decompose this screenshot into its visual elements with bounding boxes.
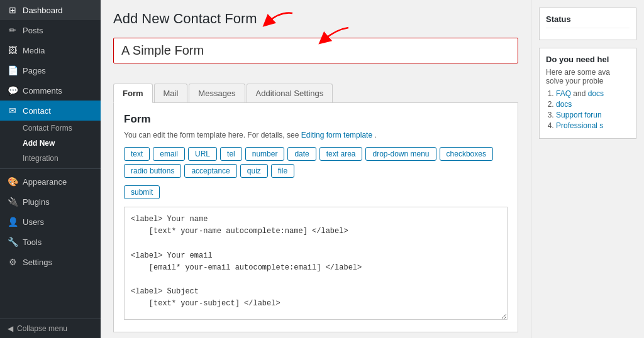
sidebar-divider [0, 168, 101, 169]
media-icon: 🖼 [8, 45, 18, 55]
sidebar-item-comments[interactable]: 💬 Comments [0, 80, 101, 101]
settings-icon: ⚙ [8, 257, 18, 267]
red-arrow-icon [261, 10, 299, 29]
tag-button-number[interactable]: number [245, 147, 285, 161]
tag-button-text-area[interactable]: text area [319, 147, 363, 161]
sidebar-item-contact[interactable]: ✉ Contact [0, 101, 101, 121]
sidebar-item-label: Posts [23, 26, 43, 35]
help-list: FAQ and docsdocsSupport forunProfessiona… [546, 89, 630, 130]
faq-link[interactable]: FAQ [556, 89, 571, 98]
pages-icon: 📄 [8, 65, 18, 75]
tag-button-date[interactable]: date [287, 147, 316, 161]
sidebar-item-label: Users [23, 217, 44, 227]
posts-icon: ✏ [8, 25, 18, 35]
sidebar-sub-integration[interactable]: Integration [0, 151, 101, 166]
sidebar-item-label: Plugins [23, 197, 50, 207]
form-section-title: Form [124, 113, 508, 126]
dashboard-icon: ⊞ [8, 5, 18, 15]
tag-button-quiz[interactable]: quiz [240, 164, 268, 178]
help-link-3[interactable]: Professional s [556, 121, 603, 130]
content-area: Add New Contact Form [101, 0, 644, 338]
collapse-icon: ◀ [8, 324, 13, 333]
tag-button-checkboxes[interactable]: checkboxes [440, 147, 493, 161]
sidebar-item-pages[interactable]: 📄 Pages [0, 60, 101, 80]
docs-link[interactable]: docs [588, 89, 604, 98]
help-title: Do you need hel [546, 55, 630, 64]
sidebar-item-users[interactable]: 👤 Users [0, 212, 101, 232]
help-list-item: FAQ and docs [556, 89, 630, 98]
tag-button-text[interactable]: text [124, 147, 150, 161]
tools-icon: 🔧 [8, 237, 18, 247]
primary-panel: Add New Contact Form [101, 0, 531, 338]
help-link-2[interactable]: Support forun [556, 111, 602, 119]
sidebar-item-label: Pages [23, 66, 46, 75]
sidebar: ⊞ Dashboard ✏ Posts 🖼 Media 📄 Pages 💬 Co… [0, 0, 101, 338]
editing-form-template-link[interactable]: Editing form template [301, 131, 372, 139]
tab-form[interactable]: Form [113, 84, 153, 103]
secondary-panel: Status Do you need hel Here are some ava… [531, 0, 644, 338]
comments-icon: 💬 [8, 85, 18, 95]
tag-button-submit[interactable]: submit [124, 185, 160, 199]
tag-button-acceptance[interactable]: acceptance [184, 164, 236, 178]
sidebar-item-label: Media [23, 46, 45, 55]
form-code-editor[interactable] [124, 207, 508, 320]
sidebar-item-label: Comments [23, 86, 62, 95]
form-editor-panel: Form You can edit the form template here… [113, 103, 518, 332]
sidebar-item-posts[interactable]: ✏ Posts [0, 20, 101, 40]
sidebar-item-label: Contact [23, 106, 51, 116]
sidebar-item-media[interactable]: 🖼 Media [0, 40, 101, 60]
tag-buttons-row: textemailURLtelnumberdatetext areadrop-d… [124, 147, 508, 178]
tab-messages[interactable]: Messages [189, 84, 245, 102]
sidebar-item-tools[interactable]: 🔧 Tools [0, 232, 101, 252]
sidebar-item-appearance[interactable]: 🎨 Appearance [0, 172, 101, 192]
tab-additional-settings[interactable]: Additional Settings [247, 84, 333, 102]
tag-button-url[interactable]: URL [188, 147, 217, 161]
sidebar-sub-contact-forms[interactable]: Contact Forms [0, 121, 101, 136]
tab-mail[interactable]: Mail [154, 84, 188, 102]
help-box: Do you need hel Here are some ava solve … [539, 48, 636, 139]
main-content: Add New Contact Form [101, 0, 644, 338]
tag-buttons-row-2: submit [124, 185, 508, 199]
sidebar-item-label: Tools [23, 237, 42, 247]
help-link-1[interactable]: docs [556, 100, 572, 109]
sidebar-item-dashboard[interactable]: ⊞ Dashboard [0, 0, 101, 20]
arrow-to-input-icon [311, 26, 355, 45]
help-intro: Here are some ava solve your proble [546, 68, 630, 85]
plugins-icon: 🔌 [8, 197, 18, 207]
sidebar-item-label: Settings [23, 258, 52, 267]
tag-button-email[interactable]: email [153, 147, 185, 161]
help-list-item: docs [556, 100, 630, 109]
form-description: You can edit the form template here. For… [124, 131, 508, 139]
collapse-menu-button[interactable]: ◀ Collapse menu [0, 319, 101, 338]
status-title: Status [546, 14, 630, 28]
tag-button-drop-down-menu[interactable]: drop-down menu [365, 147, 436, 161]
tag-button-file[interactable]: file [271, 164, 294, 178]
help-list-item: Professional s [556, 121, 630, 130]
sidebar-item-label: Appearance [23, 177, 67, 187]
form-title-row [113, 38, 518, 74]
tabs-bar: Form Mail Messages Additional Settings [113, 84, 518, 103]
sidebar-item-settings[interactable]: ⚙ Settings [0, 252, 101, 272]
tag-button-tel[interactable]: tel [220, 147, 242, 161]
sidebar-sub-add-new[interactable]: Add New [0, 136, 101, 151]
status-box: Status [539, 8, 636, 40]
help-list-item: Support forun [556, 111, 630, 119]
tag-button-radio-buttons[interactable]: radio buttons [124, 164, 181, 178]
users-icon: 👤 [8, 217, 18, 227]
sidebar-item-label: Dashboard [23, 6, 63, 15]
appearance-icon: 🎨 [8, 177, 18, 187]
sidebar-item-plugins[interactable]: 🔌 Plugins [0, 192, 101, 212]
contact-icon: ✉ [8, 106, 18, 116]
